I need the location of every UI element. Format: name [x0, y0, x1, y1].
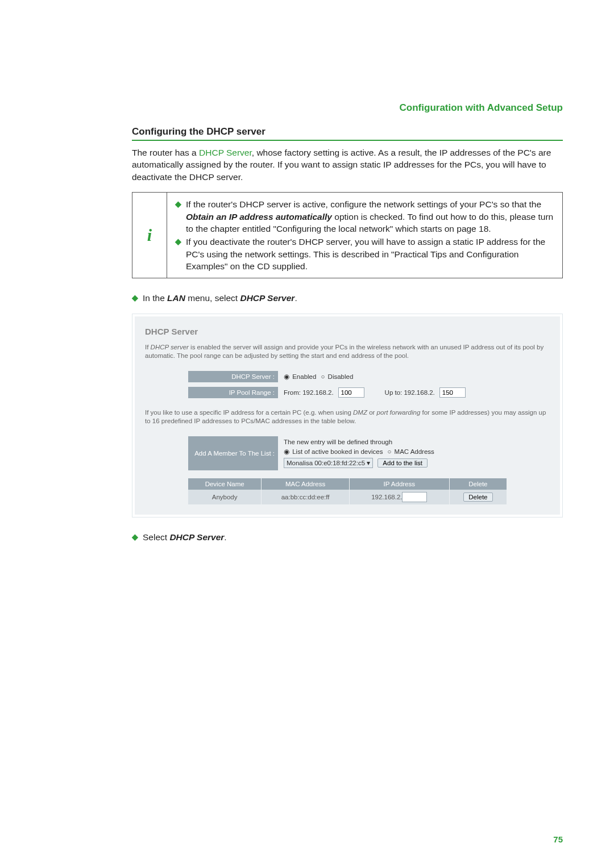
d1c: is enabled the server will assign and pr…: [145, 344, 544, 360]
enabled-label: Enabled: [292, 373, 316, 380]
screenshot-desc-2: If you like to use a specific IP address…: [145, 408, 550, 426]
note-item-1: ◆ If the router's DHCP server is active,…: [175, 198, 554, 235]
info-icon: i: [132, 193, 167, 278]
dhcp-server-label: DHCP Server :: [188, 371, 278, 382]
step1-post: .: [294, 293, 297, 303]
disabled-label: Disabled: [328, 373, 354, 380]
step-1: ◆ In the LAN menu, select DHCP Server.: [132, 292, 563, 304]
note1-pre: If the router's DHCP server is active, c…: [186, 199, 541, 209]
chevron-down-icon: ▾: [367, 460, 370, 466]
ip-pool-label: IP Pool Range :: [188, 387, 278, 398]
members-table: Device Name MAC Address IP Address Delet…: [188, 478, 507, 504]
note2-pre: If you deactivate the router's DHCP serv…: [186, 237, 545, 271]
add-member-row: Add A Member To The List : The new entry…: [188, 436, 507, 470]
dhcp-server-row: DHCP Server : ◉ Enabled ○ Disabled: [188, 371, 507, 382]
ip-suffix-input[interactable]: [402, 492, 427, 502]
opt1-label: List of active booked in devices: [292, 448, 383, 455]
add-to-list-button[interactable]: Add to the list: [377, 458, 428, 468]
ip-prefix: 192.168.2.: [371, 494, 402, 500]
note-item-2: ◆ If you deactivate the router's DHCP se…: [175, 236, 554, 272]
pool-from-label: From: 192.168.2.: [284, 389, 334, 396]
dhcp-server-link[interactable]: DHCP Server: [199, 148, 252, 157]
step-2: ◆ Select DHCP Server.: [132, 531, 563, 543]
pool-from-input[interactable]: [338, 387, 364, 398]
d1a: If: [145, 344, 151, 350]
screenshot-title: DHCP Server: [145, 327, 550, 336]
opt2-label: MAC Address: [395, 448, 434, 455]
ip-pool-row: IP Pool Range : From: 192.168.2. Up to: …: [188, 387, 507, 398]
add-member-label: Add A Member To The List :: [188, 436, 278, 470]
enabled-radio[interactable]: ◉ Enabled: [284, 373, 316, 381]
page-number: 75: [553, 834, 563, 844]
intro-paragraph: The router has a DHCP Server, whose fact…: [132, 147, 563, 183]
bullet-icon: ◆: [175, 237, 181, 272]
disabled-radio[interactable]: ○ Disabled: [321, 373, 353, 380]
d2c: or: [367, 409, 377, 416]
step1-dhcp: DHCP Server: [240, 293, 294, 303]
step2-pre: Select: [143, 532, 169, 542]
cell-device-name: Anybody: [188, 490, 262, 504]
pool-to-label: Up to: 192.168.2.: [385, 389, 435, 396]
opt-mac[interactable]: ○ MAC Address: [387, 448, 434, 455]
th-delete: Delete: [449, 478, 507, 490]
step1-mid: menu, select: [185, 293, 240, 303]
d2d: port forwarding: [377, 409, 421, 416]
delete-button[interactable]: Delete: [463, 493, 492, 502]
table-row: Anybody aa:bb:cc:dd:ee:ff 192.168.2. Del…: [188, 490, 507, 504]
note-box: i ◆ If the router's DHCP server is activ…: [132, 192, 563, 278]
d2a: If you like to use a specific IP address…: [145, 409, 353, 416]
screenshot: DHCP Server If DHCP server is enabled th…: [132, 314, 563, 518]
step1-pre: In the: [143, 293, 167, 303]
step2-bold: DHCP Server: [169, 532, 224, 542]
note1-bold: Obtain an IP address automatically: [186, 212, 332, 222]
device-select[interactable]: Monalisa 00:e0:18:fd:22:c5 ▾: [284, 458, 373, 468]
th-mac: MAC Address: [262, 478, 350, 490]
cell-ip: 192.168.2.: [349, 490, 449, 504]
d1b: DHCP server: [151, 344, 189, 350]
section-title: Configuring the DHCP server: [132, 126, 563, 141]
pool-to-input[interactable]: [439, 387, 466, 398]
step1-lan: LAN: [167, 293, 185, 303]
opt-active-devices[interactable]: ◉ List of active booked in devices: [284, 448, 383, 456]
d2b: DMZ: [353, 409, 367, 416]
screenshot-desc-1: If DHCP server is enabled the server wil…: [145, 343, 550, 361]
device-select-value: Monalisa 00:e0:18:fd:22:c5: [287, 460, 365, 466]
bullet-icon: ◆: [175, 199, 181, 235]
th-ip: IP Address: [349, 478, 449, 490]
bullet-icon: ◆: [132, 532, 138, 543]
step2-post: .: [224, 532, 226, 542]
bullet-icon: ◆: [132, 293, 138, 304]
intro-text-pre: The router has a: [132, 148, 199, 157]
th-device-name: Device Name: [188, 478, 262, 490]
cell-delete: Delete: [449, 490, 507, 504]
add-line1: The new entry will be defined through: [284, 439, 434, 445]
cell-mac: aa:bb:cc:dd:ee:ff: [262, 490, 350, 504]
page-header: Configuration with Advanced Setup: [132, 102, 563, 114]
